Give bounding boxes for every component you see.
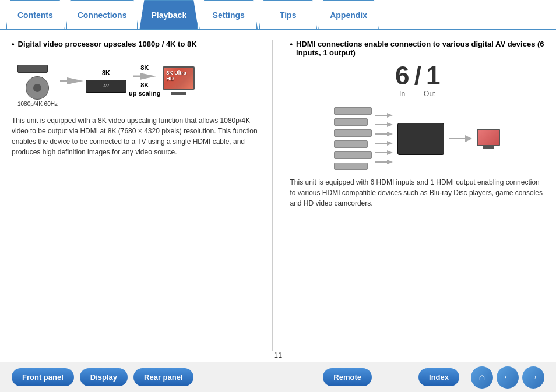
rear-panel-button[interactable]: Rear panel	[133, 368, 193, 386]
hdmi-source-3	[334, 129, 372, 137]
arrow-2	[133, 72, 156, 81]
home-button[interactable]: ⌂	[471, 366, 493, 389]
left-bullet-title: Digital video processor upscales 1080p /…	[12, 40, 266, 48]
forward-button[interactable]: →	[522, 366, 544, 389]
tab-playback[interactable]: Playback	[139, 0, 198, 29]
hdmi-source-2	[334, 118, 368, 126]
tab-settings[interactable]: Settings	[199, 0, 258, 29]
input-arrow-4	[375, 140, 393, 146]
input-arrows	[375, 112, 393, 165]
tab-connections[interactable]: Connections	[66, 0, 139, 29]
output-arrow	[449, 134, 472, 143]
inputs-outputs-display: 6 / 1 In Out	[290, 63, 545, 98]
bottom-nav-left: Front panel Display Rear panel	[12, 368, 193, 386]
display-button[interactable]: Display	[80, 368, 128, 386]
front-panel-button[interactable]: Front panel	[12, 368, 74, 386]
right-bullet-title: HDMI connections enable connection to va…	[290, 40, 545, 57]
av-receiver: AV	[86, 80, 126, 93]
page-number: 11	[274, 351, 282, 359]
input-arrow-2	[375, 122, 393, 128]
hdmi-diagram	[290, 107, 545, 170]
source-devices: 8K 1080p/4K 60Hz	[17, 54, 58, 107]
input-arrow-1	[375, 112, 393, 118]
back-button[interactable]: ←	[497, 366, 519, 389]
remote-button[interactable]: Remote	[323, 368, 372, 386]
output-tv	[477, 129, 500, 146]
bottom-nav-icons: ⌂ ← →	[471, 366, 544, 389]
tab-tips[interactable]: Tips	[259, 0, 317, 29]
back-icon: ←	[502, 371, 513, 383]
tv-screen: 8K Ultra HD	[163, 66, 195, 90]
tv-device-group: 8K Ultra HD	[163, 66, 195, 95]
right-column: HDMI connections enable connection to va…	[284, 40, 545, 351]
fraction-display: 6 / 1	[395, 63, 439, 89]
right-description: This unit is equipped with 6 HDMI inputs…	[290, 177, 545, 209]
hdmi-source-4	[334, 140, 368, 148]
tab-appendix[interactable]: Appendix	[318, 0, 379, 29]
hdmi-source-6	[334, 163, 368, 170]
upscale-labels: 8K up scaling	[129, 81, 160, 98]
left-column: Digital video processor upscales 1080p /…	[12, 40, 273, 351]
output-tv-stand	[483, 146, 494, 149]
hdmi-source-1	[334, 107, 372, 115]
input-arrow-5	[375, 150, 393, 156]
tv-stand	[171, 92, 186, 95]
bottom-nav: Front panel Display Rear panel Remote In…	[0, 362, 556, 392]
output-tv-group	[477, 129, 500, 149]
hdmi-source-5	[334, 151, 372, 159]
input-arrow-3	[375, 131, 393, 137]
nav-tabs: Contents Connections Playback Settings T…	[0, 0, 556, 30]
sources-wrapper	[334, 107, 393, 170]
source-devices-hdmi	[334, 107, 372, 170]
main-av-unit	[397, 123, 444, 155]
forward-icon: →	[528, 371, 539, 383]
input-arrow-6	[375, 159, 393, 165]
bluray-device	[17, 65, 48, 73]
av-receiver-group: 8K AV	[86, 69, 126, 93]
arrow-1	[60, 76, 83, 86]
fraction-labels: In Out	[399, 90, 435, 98]
tab-contents[interactable]: Contents	[6, 0, 65, 29]
disc-device	[26, 76, 49, 100]
left-description: This unit is equipped with a 8K video up…	[12, 115, 266, 157]
index-button[interactable]: Index	[418, 368, 459, 386]
upscale-diagram: 8K 1080p/4K 60Hz 8K AV	[17, 54, 266, 107]
home-icon: ⌂	[479, 371, 485, 383]
main-content: Digital video processor upscales 1080p /…	[0, 30, 556, 356]
